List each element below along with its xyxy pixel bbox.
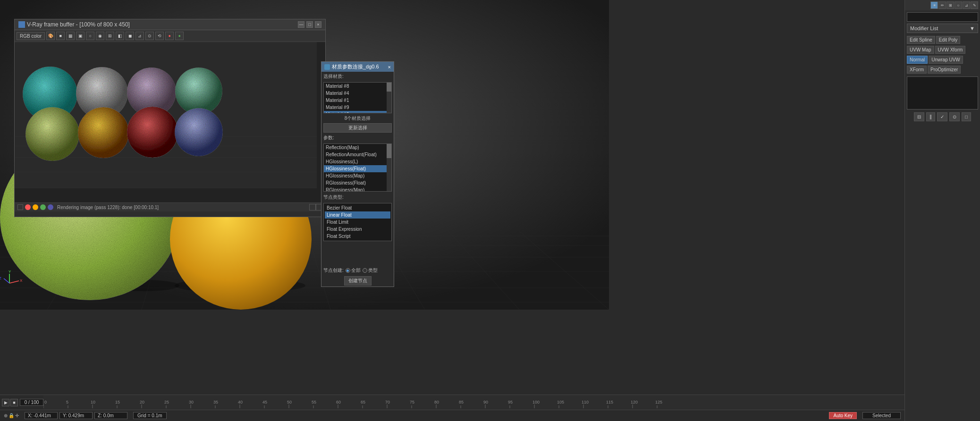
- vray-btn-4[interactable]: ▣: [76, 32, 84, 40]
- node-type-bezier[interactable]: Bezier Float: [325, 204, 390, 211]
- mod-action-3[interactable]: ✓: [937, 112, 947, 121]
- param-item-2[interactable]: HGlossiness(L): [324, 158, 391, 165]
- svg-text:115: 115: [606, 400, 613, 404]
- timeline-ruler[interactable]: 0 5 10 15 20 25 30 35 40 45 50 55 60: [43, 395, 904, 410]
- material-list[interactable]: Material #8 Material #4 Material #1 Mate…: [323, 82, 392, 113]
- node-create-row: 节点创建: 全部 类型: [321, 266, 394, 275]
- vray-btn-12[interactable]: ⟲: [155, 32, 164, 40]
- frame-counter[interactable]: 0 / 100: [20, 399, 43, 406]
- radio-type-label: 类型: [368, 267, 378, 274]
- cursor-icon[interactable]: ✛: [15, 413, 19, 418]
- radio-all[interactable]: 全部: [346, 267, 361, 274]
- position-icon[interactable]: ⊕: [4, 413, 8, 418]
- modifier-display-area: [907, 76, 978, 109]
- xform-btn[interactable]: XForm: [907, 66, 927, 74]
- material-item-4[interactable]: Material #2: [324, 111, 391, 113]
- param-item-6[interactable]: RGlossiness(Map): [324, 186, 391, 192]
- modifier-action-row: ⊟ ‖ ✓ ⊙ □: [905, 111, 980, 122]
- ruler-svg: 0 5 10 15 20 25 30 35 40 45 50 55 60: [43, 395, 904, 410]
- x-coord: X: -0.441m: [25, 412, 58, 419]
- mod-action-2[interactable]: ‖: [926, 112, 935, 121]
- material-item-0[interactable]: Material #8: [324, 83, 391, 90]
- rp-icon-sun[interactable]: ☀: [930, 1, 938, 9]
- vray-btn-11[interactable]: ⊙: [145, 32, 154, 40]
- params-list[interactable]: Reflection(Map) ReflectionAmount(Float) …: [323, 143, 392, 192]
- vray-color-mode[interactable]: RGB color: [17, 32, 45, 40]
- node-type-script[interactable]: Float Script: [325, 233, 390, 240]
- material-item-3[interactable]: Material #9: [324, 104, 391, 111]
- radio-type[interactable]: 类型: [363, 267, 378, 274]
- material-item-2[interactable]: Material #1: [324, 97, 391, 104]
- normal-btn[interactable]: Normal: [907, 56, 928, 64]
- vray-btn-1[interactable]: 🎨: [46, 32, 55, 40]
- param-item-0[interactable]: Reflection(Map): [324, 144, 391, 151]
- modifier-list-label: Modifier List: [910, 25, 938, 31]
- vray-btn-2[interactable]: ■: [56, 32, 65, 40]
- modifier-list-dropdown[interactable]: Modifier List ▼: [907, 24, 978, 33]
- rp-icon-brush[interactable]: ✏: [938, 1, 946, 9]
- selected-display: Selected: [862, 412, 901, 419]
- mod-action-5[interactable]: □: [962, 112, 971, 121]
- vray-status-bar: Rendering image (pass 1228): done [00:00…: [15, 202, 325, 211]
- params-scrollbar[interactable]: [387, 144, 391, 191]
- vray-btn-9[interactable]: ◼: [126, 32, 134, 40]
- radio-all-dot: [346, 268, 350, 273]
- material-scrollbar[interactable]: [387, 83, 391, 113]
- mod-action-1[interactable]: ⊟: [914, 112, 924, 121]
- vray-btn-14[interactable]: ●: [175, 32, 184, 40]
- lock-icon[interactable]: 🔒: [8, 413, 14, 418]
- timeline-controls-bar: ▶ ■ 0 / 100 0 5 10 15 20 25 30 35 40 4: [0, 395, 904, 410]
- vray-btn-8[interactable]: ◧: [116, 32, 124, 40]
- vray-maximize-btn[interactable]: □: [306, 21, 313, 28]
- vray-btn-6[interactable]: ◉: [96, 32, 104, 40]
- edit-spline-btn[interactable]: Edit Spline: [907, 36, 935, 44]
- create-node-btn[interactable]: 创建节点: [344, 276, 372, 286]
- stop-btn[interactable]: ■: [10, 399, 18, 406]
- vray-btn-5[interactable]: ○: [86, 32, 94, 40]
- node-type-limit[interactable]: Float Limit: [325, 219, 390, 226]
- rp-icon-script[interactable]: ✎: [971, 1, 978, 9]
- svg-text:Y: Y: [8, 269, 11, 274]
- param-item-3[interactable]: HGlossiness(Float): [324, 165, 391, 172]
- edit-poly-btn[interactable]: Edit Poly: [936, 36, 960, 44]
- param-item-5[interactable]: RGlossiness(Float): [324, 179, 391, 186]
- refresh-selection-btn[interactable]: 更新选择: [323, 123, 392, 133]
- mod-action-4[interactable]: ⊙: [949, 112, 960, 121]
- svg-text:80: 80: [434, 400, 439, 404]
- material-count: 8个材质选择: [321, 114, 394, 123]
- uvw-xform-btn[interactable]: UVW Xform: [935, 46, 966, 54]
- svg-text:90: 90: [483, 400, 488, 404]
- svg-text:30: 30: [189, 400, 194, 404]
- vray-render-area: [15, 42, 325, 202]
- svg-point-40: [25, 107, 79, 161]
- node-type-list[interactable]: Bezier Float Linear Float Float Limit Fl…: [323, 203, 392, 241]
- vray-status-btn[interactable]: [309, 204, 316, 210]
- vray-close-btn[interactable]: ×: [315, 21, 321, 28]
- material-item-1[interactable]: Material #4: [324, 90, 391, 97]
- svg-text:75: 75: [410, 400, 414, 404]
- vray-minimize-btn[interactable]: —: [298, 21, 304, 28]
- node-type-linear[interactable]: Linear Float: [325, 211, 390, 219]
- auto-key-btn[interactable]: Auto Key: [829, 412, 857, 419]
- material-scrollbar-thumb: [387, 83, 391, 92]
- vray-btn-7[interactable]: ⊞: [106, 32, 114, 40]
- node-type-expression[interactable]: Float Expression: [325, 226, 390, 233]
- rp-icon-sphere[interactable]: ○: [955, 1, 962, 9]
- rp-icon-graph[interactable]: ⊿: [963, 1, 970, 9]
- vray-window-title: V-Ray frame buffer - [100% of 800 x 450]: [27, 21, 130, 28]
- color-swatch[interactable]: [907, 12, 978, 22]
- param-item-4[interactable]: HGlossiness(Map): [324, 172, 391, 179]
- vray-btn-10[interactable]: ⊿: [135, 32, 144, 40]
- vray-btn-13[interactable]: ●: [165, 32, 174, 40]
- status-icon-1: [17, 204, 23, 210]
- node-type-label: 节点类型:: [321, 193, 394, 202]
- play-btn[interactable]: ▶: [2, 399, 9, 406]
- vray-btn-3[interactable]: ▦: [66, 32, 75, 40]
- param-item-1[interactable]: ReflectionAmount(Float): [324, 151, 391, 158]
- svg-text:120: 120: [631, 400, 638, 404]
- rp-icon-grid[interactable]: ⊞: [946, 1, 954, 9]
- uvw-map-btn[interactable]: UVW Map: [907, 46, 934, 54]
- dialog-close-btn[interactable]: ×: [388, 64, 391, 70]
- unwrap-uvw-btn[interactable]: Unwrap UVW: [929, 56, 963, 64]
- prooptimizer-btn[interactable]: ProOptimizer: [928, 66, 961, 74]
